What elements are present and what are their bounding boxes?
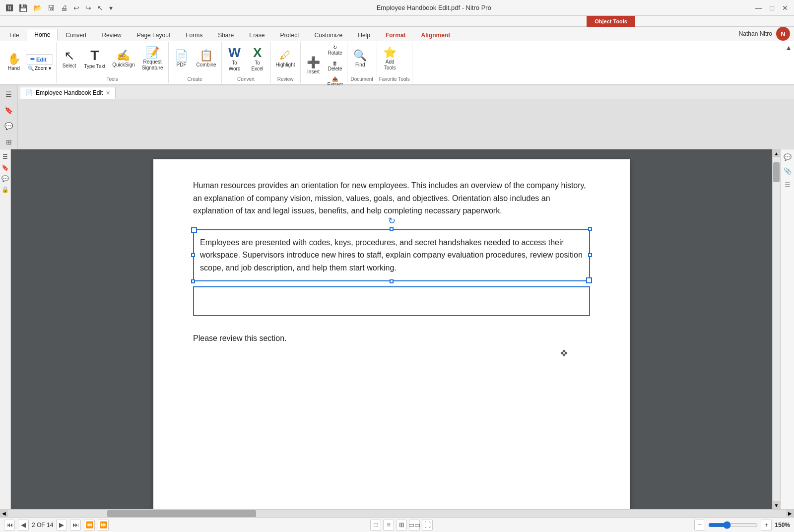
user-avatar[interactable]: N	[776, 27, 790, 41]
to-word-button[interactable]: W ToWord	[224, 43, 246, 75]
doc-tab-close-button[interactable]: ✕	[106, 90, 110, 96]
tab-page-layout[interactable]: Page Layout	[130, 29, 178, 41]
last-page-button[interactable]: ⏭	[70, 520, 81, 531]
handle-middle-left[interactable]	[191, 253, 195, 257]
scroll-view-button[interactable]: ≡	[383, 520, 394, 531]
handle-bottom-left[interactable]	[191, 279, 195, 283]
tab-alignment[interactable]: Alignment	[414, 29, 458, 41]
sidebar-right-icon-3[interactable]: ☰	[782, 179, 793, 190]
dropdown-arrow-icon[interactable]: ▾	[107, 3, 115, 13]
zoom-slider[interactable]	[708, 521, 758, 529]
handle-middle-right[interactable]	[588, 253, 592, 257]
bookmarks-icon[interactable]: 🔖	[2, 103, 16, 117]
layers-icon[interactable]: ⊞	[2, 135, 16, 149]
print-icon[interactable]: 🖨	[59, 3, 69, 13]
rotate-handle[interactable]: ↻	[388, 215, 396, 226]
sidebar-right-icon-2[interactable]: 📎	[782, 165, 793, 176]
single-page-view-button[interactable]: □	[370, 520, 381, 531]
tab-convert[interactable]: Convert	[58, 29, 94, 41]
tab-review[interactable]: Review	[94, 29, 129, 41]
find-button[interactable]: 🔍 Find	[349, 43, 371, 75]
vertical-scrollbar[interactable]: ▲ ▼	[772, 149, 780, 509]
extract-icon: 📤	[332, 76, 338, 82]
handle-top-middle[interactable]	[390, 227, 394, 231]
folder-open-icon[interactable]: 📂	[31, 3, 44, 13]
minimize-button[interactable]: —	[753, 3, 764, 13]
handle-top-right[interactable]	[588, 227, 592, 231]
first-page-button[interactable]: ⏮	[4, 520, 15, 531]
tab-format[interactable]: Format	[378, 29, 413, 41]
comments-icon[interactable]: 💬	[2, 119, 16, 133]
next-view-button[interactable]: ⏩	[98, 520, 109, 531]
full-screen-button[interactable]: ⛶	[422, 520, 433, 531]
object-tools-tab[interactable]: Object Tools	[587, 16, 635, 27]
pdf-button[interactable]: 📄 PDF	[171, 43, 193, 75]
hscroll-track[interactable]	[8, 510, 786, 517]
zoom-control[interactable]: 🔍 Zoom ▾	[26, 66, 53, 71]
panel-icon-2[interactable]: 🔖	[1, 164, 9, 171]
combine-icon: 📋	[199, 50, 213, 61]
select-button[interactable]: ↖ Select	[59, 43, 80, 75]
page-indicator: 2 OF 14	[32, 522, 53, 529]
combine-button[interactable]: 📋 Combine	[194, 43, 219, 75]
close-button[interactable]: ✕	[780, 3, 790, 13]
two-page-view-button[interactable]: ⊞	[396, 520, 407, 531]
maximize-button[interactable]: □	[768, 3, 776, 13]
scroll-track[interactable]	[773, 157, 780, 501]
request-sig-icon: 📝	[146, 47, 159, 58]
handle-bottom-middle[interactable]	[390, 279, 394, 283]
quicksign-icon: ✍	[117, 50, 130, 61]
insert-button[interactable]: ➕ Insert	[303, 50, 325, 82]
hand-tool-button[interactable]: ✋ Hand	[3, 47, 25, 78]
to-excel-button[interactable]: X ToExcel	[247, 43, 268, 75]
tab-share[interactable]: Share	[210, 29, 241, 41]
tab-protect[interactable]: Protect	[273, 29, 307, 41]
panel-icon-1[interactable]: ☰	[2, 153, 8, 160]
quick-access-toolbar[interactable]: 🅽 💾 📂 🖫 🖨 ↩ ↪ ↖ ▾	[4, 3, 115, 13]
highlight-button[interactable]: 🖊 Highlight	[273, 43, 298, 75]
add-tools-button[interactable]: ⭐ AddTools	[379, 43, 401, 75]
scroll-left-arrow[interactable]: ◀	[0, 510, 8, 518]
select-tool-icon[interactable]: ↖	[95, 3, 105, 13]
panel-icon-3[interactable]: 💬	[1, 175, 9, 182]
scroll-thumb[interactable]	[773, 162, 780, 182]
user-area[interactable]: Nathan Nitro N	[735, 27, 794, 41]
save-icon[interactable]: 💾	[17, 3, 29, 13]
document-tab[interactable]: 📄 Employee Handbook Edit ✕	[20, 87, 116, 99]
horizontal-scrollbar[interactable]: ◀ ▶	[0, 509, 794, 517]
sidebar-right-icon-1[interactable]: 💬	[782, 151, 793, 162]
panel-icon-4[interactable]: 🔒	[1, 186, 9, 193]
type-text-button[interactable]: T Type Text	[81, 43, 109, 75]
pdf-viewer[interactable]: Human resources provides an orientation …	[11, 149, 772, 509]
request-signature-button[interactable]: 📝 RequestSignature	[139, 43, 166, 75]
doc-tab-icon: 📄	[25, 89, 33, 96]
scroll-up-arrow[interactable]: ▲	[773, 149, 780, 157]
delete-page-button[interactable]: 🗑 Delete	[326, 59, 345, 73]
tab-home[interactable]: Home	[27, 29, 58, 41]
zoom-in-button[interactable]: +	[761, 520, 772, 531]
zoom-out-button[interactable]: −	[694, 520, 705, 531]
hscroll-thumb[interactable]	[107, 510, 256, 517]
floppy-icon[interactable]: 🖫	[46, 3, 57, 13]
undo-icon[interactable]: ↩	[71, 3, 81, 13]
tab-erase[interactable]: Erase	[242, 29, 272, 41]
prev-view-button[interactable]: ⏪	[84, 520, 95, 531]
tab-forms[interactable]: Forms	[178, 29, 210, 41]
tab-help[interactable]: Help	[350, 29, 378, 41]
ribbon-collapse-button[interactable]: ▲	[783, 42, 794, 83]
rotate-button[interactable]: ↻ Rotate	[326, 43, 345, 58]
edit-mode-button[interactable]: ✏ Edit	[26, 54, 53, 65]
selected-text-box[interactable]: Employees are presented with codes, keys…	[193, 229, 590, 281]
redo-icon[interactable]: ↪	[83, 3, 93, 13]
scroll-down-arrow[interactable]: ▼	[773, 501, 780, 509]
facing-view-button[interactable]: ▭▭	[409, 520, 420, 531]
text-extension-box[interactable]	[193, 286, 590, 316]
window-controls[interactable]: — □ ✕	[753, 3, 790, 13]
prev-page-button[interactable]: ◀	[18, 520, 29, 531]
quicksign-button[interactable]: ✍ QuickSign	[109, 43, 138, 75]
pages-panel-icon[interactable]: ☰	[2, 87, 16, 101]
next-page-button[interactable]: ▶	[56, 520, 67, 531]
scroll-right-arrow[interactable]: ▶	[786, 510, 794, 518]
tab-file[interactable]: File	[2, 29, 26, 41]
tab-customize[interactable]: Customize	[307, 29, 350, 41]
